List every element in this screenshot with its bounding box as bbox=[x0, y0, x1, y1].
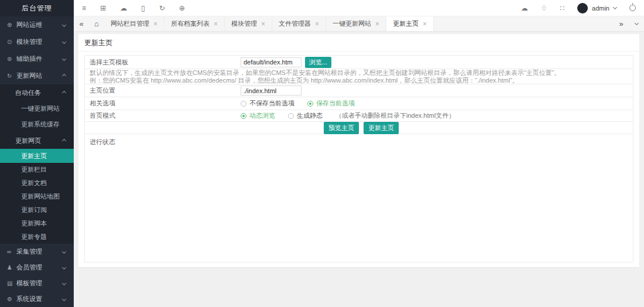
chevron-down-icon bbox=[62, 57, 66, 61]
sidebar-item-collect[interactable]: ∞ 采集管理 bbox=[0, 244, 74, 260]
tab-menu-button[interactable] bbox=[629, 16, 644, 31]
browse-button[interactable]: 浏览... bbox=[305, 57, 331, 68]
plugin-icon: ⊚ bbox=[7, 56, 16, 62]
update-home-button[interactable]: 更新主页 bbox=[364, 122, 399, 134]
main-column: ≡ ⊞ ☁ ▯ ↻ ⊕ ☁ ♢ ∷ admin « ⌂ 网站 bbox=[74, 0, 644, 307]
chevron-down-icon bbox=[613, 5, 617, 9]
tab-bar: « ⌂ 网站栏目管理 × 所有档案列表 × 模块管理 × 文件管理器 × 一键更… bbox=[74, 16, 644, 32]
close-icon[interactable]: × bbox=[214, 20, 218, 28]
sidebar-item-modules[interactable]: ⊙ 模块管理 bbox=[0, 33, 74, 50]
fullscreen-icon[interactable]: ∷ bbox=[560, 5, 564, 12]
radio-icon[interactable] bbox=[288, 113, 294, 119]
template-icon: ▤ bbox=[7, 280, 16, 286]
tag-icon[interactable]: ♢ bbox=[541, 5, 547, 12]
close-icon[interactable]: × bbox=[315, 20, 319, 28]
sidebar: 后台管理 ⊕ 网站运维 ⊙ 模块管理 ⊚ 辅助插件 ↻ 更新网站 自动任务 bbox=[0, 0, 74, 307]
sidebar-item-templates[interactable]: ▤ 模板管理 bbox=[0, 275, 74, 291]
sidebar-item-settings[interactable]: ⚙ 系统设置 bbox=[0, 291, 74, 307]
sidebar-item-label: 网站运维 bbox=[16, 21, 42, 29]
tab-label: 文件管理器 bbox=[279, 19, 311, 28]
sidebar-item-label: 一键更新网站 bbox=[21, 104, 60, 113]
sidebar-item-update-script[interactable]: 更新脚本 bbox=[0, 217, 74, 230]
sidebar-item-one-key-update[interactable]: 一键更新网站 bbox=[0, 101, 74, 117]
sidebar-item-update-columns[interactable]: 更新栏目 bbox=[0, 163, 74, 176]
sidebar-item-label: 更新栏目 bbox=[21, 165, 47, 174]
home-tab-button[interactable]: ⌂ bbox=[89, 16, 104, 31]
status-label: 进行状态 bbox=[90, 138, 241, 146]
tab-site-columns[interactable]: 网站栏目管理 × bbox=[104, 16, 165, 31]
tab-file-manager[interactable]: 文件管理器 × bbox=[272, 16, 326, 31]
template-label: 选择主页模板 bbox=[90, 58, 241, 67]
sidebar-submenu: 自动任务 一键更新网站 更新系统缓存 更新网页 更新主页 更新栏目 更新文档 bbox=[0, 84, 74, 244]
globe-icon[interactable]: ⊕ bbox=[179, 5, 185, 12]
preview-home-button[interactable]: 预览主页 bbox=[324, 122, 359, 134]
mode-row: 首页模式 动态浏览 生成静态 （或者手动删除根目录下index.html文件） bbox=[85, 110, 633, 122]
tab-one-key-update[interactable]: 一键更新网站 × bbox=[326, 16, 386, 31]
gear-icon: ⚙ bbox=[7, 296, 16, 302]
logout-power-icon[interactable] bbox=[629, 5, 636, 11]
help-line-2: 例：您的CMS安装在 http://www.abc.com/dedecms/ 目… bbox=[90, 77, 519, 84]
mode-label: 首页模式 bbox=[90, 111, 241, 120]
radio-dynamic[interactable]: 动态浏览 bbox=[241, 111, 275, 120]
sidebar-item-update-cache[interactable]: 更新系统缓存 bbox=[0, 117, 74, 132]
radio-label: 生成静态 bbox=[297, 111, 323, 120]
gallery-icon[interactable]: ⊞ bbox=[100, 5, 106, 12]
file-icon[interactable]: ▯ bbox=[141, 5, 145, 12]
close-icon[interactable]: × bbox=[375, 20, 379, 28]
sidebar-item-site-ops[interactable]: ⊕ 网站运维 bbox=[0, 16, 74, 33]
close-icon[interactable]: × bbox=[153, 20, 157, 28]
sidebar-item-update-sitemap[interactable]: 更新网站地图 bbox=[0, 190, 74, 203]
radio-save[interactable]: 保存当前选项 bbox=[307, 99, 355, 108]
cloud-icon[interactable]: ☁ bbox=[120, 5, 127, 12]
tab-all-archives[interactable]: 所有档案列表 × bbox=[165, 16, 225, 31]
sidebar-item-auto-tasks[interactable]: 自动任务 bbox=[0, 84, 74, 101]
sidebar-item-label: 更新主页 bbox=[21, 152, 47, 161]
sidebar-item-label: 自动任务 bbox=[15, 88, 41, 97]
tab-label: 一键更新网站 bbox=[333, 19, 371, 28]
template-path-input[interactable] bbox=[241, 57, 302, 67]
chevron-down-icon bbox=[62, 40, 66, 44]
help-line-1: 默认的情况下，生成的主页文件放在CMS的安装目录，如果您的CMS不是安装在网站根… bbox=[90, 69, 560, 77]
help-text-row: 默认的情况下，生成的主页文件放在CMS的安装目录，如果您的CMS不是安装在网站根… bbox=[85, 69, 633, 84]
sidebar-item-label: 模板管理 bbox=[16, 279, 42, 288]
sidebar-item-plugins[interactable]: ⊚ 辅助插件 bbox=[0, 50, 74, 67]
close-icon[interactable]: × bbox=[261, 20, 265, 28]
tabs-scroll-right-button[interactable]: » bbox=[614, 16, 629, 31]
radio-checked-icon[interactable] bbox=[241, 113, 246, 119]
refresh-icon[interactable]: ↻ bbox=[159, 5, 165, 12]
chevron-down-icon bbox=[634, 21, 638, 25]
tabbar-spacer bbox=[434, 16, 614, 31]
close-icon[interactable]: × bbox=[423, 20, 427, 28]
clear-cache-icon[interactable]: ☁ bbox=[521, 5, 528, 12]
sidebar-item-update-pages[interactable]: 更新网页 bbox=[0, 132, 74, 149]
location-row: 主页位置 bbox=[85, 84, 633, 97]
chevron-up-icon bbox=[62, 138, 66, 142]
sidebar-item-update-home-active[interactable]: 更新主页 bbox=[0, 149, 74, 163]
tabs-scroll-left-button[interactable]: « bbox=[74, 16, 89, 31]
radio-checked-icon[interactable] bbox=[307, 101, 313, 107]
sidebar-item-label: 辅助插件 bbox=[16, 54, 42, 63]
sidebar-item-label: 更新网站 bbox=[16, 71, 42, 80]
options-label: 相关选项 bbox=[90, 99, 241, 108]
radio-label: 动态浏览 bbox=[249, 111, 275, 120]
sidebar-item-members[interactable]: ♟ 会员管理 bbox=[0, 260, 74, 275]
chevron-down-icon bbox=[62, 265, 66, 270]
sidebar-item-update-special[interactable]: 更新专题 bbox=[0, 230, 74, 244]
home-location-input[interactable] bbox=[241, 86, 302, 95]
radio-static[interactable]: 生成静态 bbox=[288, 111, 323, 120]
sidebar-item-update-rss[interactable]: 更新订阅 bbox=[0, 203, 74, 217]
tab-update-home-active[interactable]: 更新主页 × bbox=[386, 16, 434, 31]
sidebar-item-label: 更新专题 bbox=[21, 233, 47, 241]
user-menu[interactable]: admin bbox=[577, 3, 616, 13]
page-title: 更新主页 bbox=[78, 34, 639, 52]
radio-no-save[interactable]: 不保存当前选项 bbox=[241, 99, 294, 108]
tab-label: 更新主页 bbox=[393, 19, 419, 28]
sidebar-item-update-site[interactable]: ↻ 更新网站 bbox=[0, 67, 74, 84]
radio-icon[interactable] bbox=[241, 101, 246, 107]
sidebar-item-update-docs[interactable]: 更新文档 bbox=[0, 176, 74, 190]
mode-note: （或者手动删除根目录下index.html文件） bbox=[335, 111, 455, 120]
tab-modules[interactable]: 模块管理 × bbox=[225, 16, 272, 31]
chevron-up-icon bbox=[62, 90, 66, 94]
topbar-right: ☁ ♢ ∷ admin bbox=[521, 3, 636, 13]
menu-toggle-icon[interactable]: ≡ bbox=[82, 5, 86, 12]
